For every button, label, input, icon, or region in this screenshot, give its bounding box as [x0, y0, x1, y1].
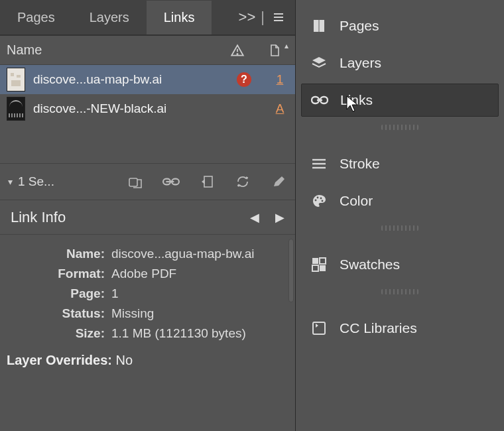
link-icon[interactable]	[162, 174, 180, 190]
info-format-key: Format:	[7, 267, 109, 281]
column-name-label: Name	[7, 42, 42, 58]
panel-stroke[interactable]: Stroke	[301, 147, 499, 180]
panel-menu-icon[interactable]	[270, 9, 287, 25]
missing-badge-icon: ?	[237, 72, 251, 87]
info-name-value: discove...agua-map-bw.ai	[109, 247, 254, 261]
links-toolbar: ▾ 1 Se...	[0, 163, 295, 200]
svg-point-17	[315, 200, 317, 202]
page-column-icon[interactable]: ▴	[266, 42, 283, 58]
tab-layers[interactable]: Layers	[72, 1, 147, 34]
link-count[interactable]: A	[271, 101, 288, 116]
info-name-key: Name:	[7, 247, 109, 261]
link-info-heading: Link Info	[11, 209, 66, 226]
stroke-icon	[310, 156, 328, 172]
link-row[interactable]: discove...ua-map-bw.ai ? 1	[0, 65, 295, 94]
panel-layers-label: Layers	[340, 55, 381, 71]
panel-tab-bar: Pages Layers Links >> |	[0, 0, 295, 36]
panel-links-label: Links	[340, 92, 373, 108]
info-page-key: Page:	[7, 286, 109, 301]
tab-links[interactable]: Links	[147, 1, 212, 34]
info-layeroverrides-value: No	[116, 353, 133, 367]
svg-point-20	[322, 200, 324, 202]
panel-links[interactable]: Links	[301, 84, 499, 117]
info-status-value: Missing	[109, 306, 154, 321]
svg-rect-10	[204, 176, 212, 187]
cc-libraries-icon	[310, 320, 328, 336]
panel-color[interactable]: Color	[301, 184, 499, 217]
panel-color-label: Color	[340, 193, 373, 209]
info-size-key: Size:	[7, 326, 109, 341]
goto-link-icon[interactable]	[198, 174, 216, 190]
info-layeroverrides-key: Layer Overrides:	[7, 353, 112, 367]
link-info-body: Name:discove...agua-map-bw.ai Format:Ado…	[0, 235, 295, 431]
info-format-value: Adobe PDF	[109, 267, 176, 281]
warning-column-icon[interactable]	[229, 42, 246, 58]
separator: |	[261, 9, 265, 26]
pages-icon	[310, 18, 328, 34]
chevron-down-icon[interactable]: ▾	[8, 176, 13, 187]
svg-rect-6	[129, 178, 137, 186]
svg-rect-21	[312, 258, 318, 264]
panel-swatches-label: Swatches	[340, 257, 400, 273]
next-link-icon[interactable]: ▶	[275, 210, 284, 225]
panel-cc-libraries[interactable]: CC Libraries	[301, 312, 499, 345]
link-filename: discove...-NEW-black.ai	[33, 101, 229, 116]
update-link-icon[interactable]	[234, 174, 251, 190]
swatches-icon	[310, 257, 328, 273]
svg-point-19	[320, 198, 322, 200]
links-list: discove...ua-map-bw.ai ? 1 discove...-NE…	[0, 65, 295, 123]
info-status-key: Status:	[7, 306, 109, 321]
svg-point-18	[317, 197, 319, 199]
layers-icon	[310, 55, 328, 71]
svg-rect-24	[320, 265, 326, 271]
panel-stroke-label: Stroke	[340, 156, 380, 172]
link-thumbnail	[7, 97, 25, 121]
svg-rect-22	[320, 258, 326, 264]
panel-group-grip[interactable]	[381, 125, 418, 130]
links-icon	[311, 92, 328, 108]
link-row[interactable]: discove...-NEW-black.ai A	[0, 94, 295, 123]
tab-pages[interactable]: Pages	[0, 1, 72, 34]
tab-overflow-button[interactable]: >>	[239, 9, 256, 26]
relink-icon[interactable]	[127, 174, 144, 190]
panel-dock: Pages Layers Links Stroke Color Swatches	[296, 0, 504, 431]
svg-rect-23	[312, 265, 318, 271]
panel-layers[interactable]: Layers	[301, 46, 499, 80]
panel-pages-label: Pages	[340, 18, 379, 34]
selection-count-label: 1 Se...	[18, 174, 54, 189]
panel-swatches[interactable]: Swatches	[301, 248, 499, 281]
panel-cclibs-label: CC Libraries	[340, 320, 417, 336]
link-count[interactable]: 1	[271, 72, 288, 87]
info-size-value: 1.1 MB (1121130 bytes)	[109, 326, 246, 341]
svg-point-4	[237, 53, 237, 54]
panel-group-grip[interactable]	[381, 225, 418, 231]
prev-link-icon[interactable]: ◀	[250, 210, 259, 225]
svg-rect-25	[313, 322, 325, 334]
edit-original-icon[interactable]	[270, 174, 287, 190]
color-icon	[310, 193, 328, 209]
panel-group-grip[interactable]	[381, 289, 418, 294]
link-filename: discove...ua-map-bw.ai	[33, 72, 229, 87]
scrollbar-thumb[interactable]	[288, 239, 294, 302]
panel-pages[interactable]: Pages	[301, 9, 499, 42]
links-column-header: Name ▴	[0, 36, 295, 65]
link-info-header: Link Info ◀ ▶	[0, 200, 295, 235]
info-page-value: 1	[109, 286, 119, 301]
link-thumbnail	[7, 68, 25, 92]
